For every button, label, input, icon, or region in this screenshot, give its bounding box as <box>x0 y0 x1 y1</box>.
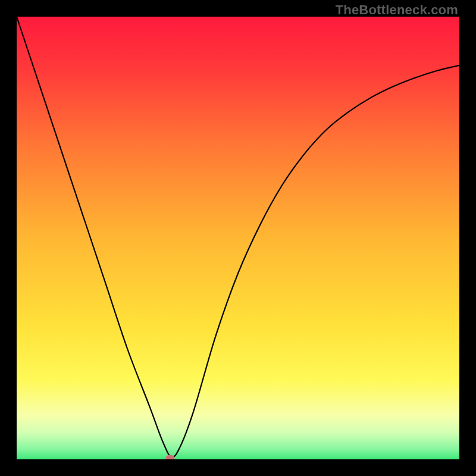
bottleneck-curve <box>17 17 459 459</box>
plot-area <box>17 17 459 459</box>
optimum-marker <box>166 455 175 459</box>
chart-frame: TheBottleneck.com <box>0 0 476 476</box>
watermark-text: TheBottleneck.com <box>336 2 458 18</box>
